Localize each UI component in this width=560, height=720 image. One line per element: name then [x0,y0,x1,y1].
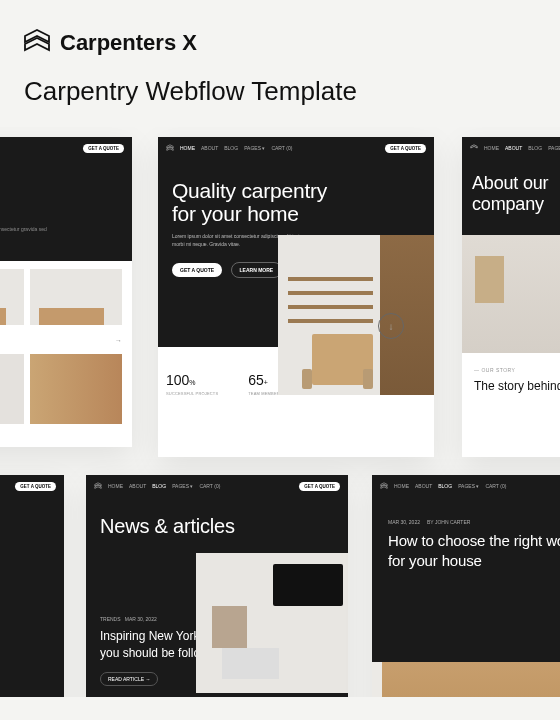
page-header: Carpenters X Carpentry Webflow Template [0,0,560,127]
nav-about[interactable]: ABOUT [201,145,218,151]
nav-about[interactable]: ABOUT [415,483,432,489]
stool [302,369,312,388]
service-grid [0,348,132,430]
learn-more-button[interactable]: LEARN MORE [231,262,283,278]
quote-button[interactable]: GET A QUOTE [15,482,56,491]
section-label: — OUR STORY [474,367,560,373]
card4-body: ens [0,497,64,553]
preview-nav: HOME ABOUT BLOG PAGES ▾ [462,137,560,159]
nav-blog[interactable]: BLOG [528,145,542,151]
preview-services[interactable]: GET A QUOTE r a wideservices Lorem ipsum… [0,137,132,447]
nav-pages[interactable]: PAGES ▾ [172,483,193,489]
get-quote-button[interactable]: GET A QUOTE [172,263,222,277]
link-label: Closets [0,337,115,344]
preview-nav: HOME ABOUT BLOG PAGES ▾ CART (0) GET A Q… [86,475,348,497]
quote-button[interactable]: GET A QUOTE [385,144,426,153]
kitchen-image [372,662,560,697]
logo-icon [470,144,478,152]
post-date: MAR 30, 2022 [125,616,157,622]
hero-line2: for your home [172,202,299,225]
preview-home[interactable]: HOME ABOUT BLOG PAGES ▾ CART (0) GET A Q… [158,137,434,457]
workshop-image [462,235,560,353]
kitchen-image [278,235,434,395]
post-image [196,553,348,693]
post-meta: MAR 30, 2022 BY JOHN CARTER [388,519,560,525]
quote-button[interactable]: GET A QUOTE [83,144,124,153]
thumb-bedroom[interactable] [0,269,24,325]
blog-title: News & articles [100,515,334,538]
home-hero: Quality carpentryfor your home Lorem ips… [158,159,434,347]
section-text: OUR STORY [481,367,515,373]
preview-blog[interactable]: HOME ABOUT BLOG PAGES ▾ CART (0) GET A Q… [86,475,348,697]
post-title: How to choose the right wood for your ho… [388,531,560,570]
nav-home[interactable]: HOME [484,145,499,151]
stat-val: 65 [248,372,264,388]
nav-blog[interactable]: BLOG [152,483,166,489]
post-category: TRENDS [100,616,121,622]
hero-line1: Quality carpentry [172,179,327,202]
stat-item: 100%SUCCESSFUL PROJECTS [166,371,218,411]
nav-about[interactable]: ABOUT [129,483,146,489]
nav-cart[interactable]: CART (0) [485,483,506,489]
nav-blog[interactable]: BLOG [224,145,238,151]
stat-label: SUCCESSFUL PROJECTS [166,391,218,396]
table [222,648,280,679]
nav-pages[interactable]: PAGES ▾ [458,483,479,489]
nav-blog[interactable]: BLOG [438,483,452,489]
blog-body: News & articles TRENDS MAR 30, 2022 Insp… [86,497,348,697]
post-date: MAR 30, 2022 [388,519,420,525]
nav-pages[interactable]: PAGES ▾ [244,145,265,151]
grid-cell[interactable] [30,354,122,424]
arrow-icon: → [115,337,122,344]
preview-nav: HOME ABOUT BLOG PAGES ▾ CART (0) GET A Q… [158,137,434,159]
quote-button[interactable]: GET A QUOTE [299,482,340,491]
nav-cart[interactable]: CART (0) [199,483,220,489]
stat-suffix: % [189,379,195,386]
preview-kitchens[interactable]: GET A QUOTE ens REVIEWS [0,475,64,697]
scroll-down-icon[interactable]: ↓ [378,313,404,339]
post-body: MAR 30, 2022 BY JOHN CARTER How to choos… [372,497,560,662]
preview-nav: GET A QUOTE [0,475,64,497]
about-hero: About ourcompany [462,159,560,235]
preview-blog-post[interactable]: HOME ABOUT BLOG PAGES ▾ CART (0) MAR 30,… [372,475,560,697]
hero-desc: Lorem ipsum dolor sit amet consectetur g… [0,226,52,241]
carpenters-logo-icon [24,28,50,58]
brand-row: Carpenters X [24,28,536,58]
brand-name: Carpenters X [60,30,197,56]
preview-about[interactable]: HOME ABOUT BLOG PAGES ▾ About ourcompany… [462,137,560,457]
page-subtitle: Carpentry Webflow Template [24,76,536,107]
preview-nav: HOME ABOUT BLOG PAGES ▾ CART (0) [372,475,560,497]
thumb-hall[interactable] [30,269,122,325]
nav-home[interactable]: HOME [394,483,409,489]
grid-cell[interactable] [0,354,24,424]
hero-line2: company [472,194,544,214]
stat-val: 100 [166,372,189,388]
service-link[interactable]: → Closets → [0,333,132,348]
nav-about[interactable]: ABOUT [505,145,522,151]
hero-line1: About our [472,173,548,193]
post-author: BY JOHN CARTER [427,519,470,525]
nav-pages[interactable]: PAGES ▾ [548,145,560,151]
read-article-button[interactable]: READ ARTICLE → [100,672,158,686]
nav-home[interactable]: HOME [180,145,195,151]
story-section: — OUR STORY The story behind th [462,353,560,407]
nav-cart[interactable]: CART (0) [271,145,292,151]
story-heading: The story behind th [474,379,560,393]
logo-icon [380,482,388,490]
service-thumbs [0,261,132,333]
preview-nav: GET A QUOTE [0,137,132,159]
nav-home[interactable]: HOME [108,483,123,489]
services-hero: r a wideservices Lorem ipsum dolor sit a… [0,159,132,261]
logo-icon [166,144,174,152]
stool [363,369,373,388]
logo-icon [94,482,102,490]
section-title: ens [0,525,52,553]
template-gallery: GET A QUOTE r a wideservices Lorem ipsum… [0,127,560,697]
stat-suffix: + [264,379,268,386]
